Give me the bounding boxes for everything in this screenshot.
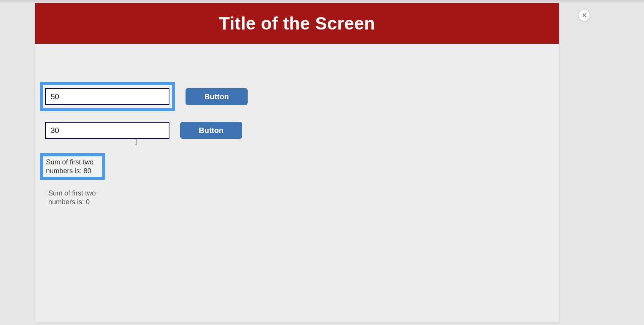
main-panel: Title of the Screen Button Button Sum of… — [35, 3, 559, 322]
title-bar: Title of the Screen — [35, 3, 559, 44]
highlight-frame-result: Sum of first two numbers is: 80 — [40, 153, 105, 180]
results-block: Sum of first two numbers is: 80 Sum of f… — [40, 153, 559, 207]
close-icon: ✕ — [582, 12, 587, 19]
row-input-1: Button — [40, 82, 559, 111]
window-top-border — [0, 0, 644, 2]
button-2[interactable]: Button — [180, 122, 242, 139]
screen-title: Title of the Screen — [219, 13, 375, 34]
result-primary: Sum of first two numbers is: 80 — [46, 158, 99, 176]
number-input-1[interactable] — [45, 88, 169, 105]
highlight-frame-input-1 — [40, 82, 175, 111]
button-1[interactable]: Button — [186, 88, 248, 105]
result-secondary: Sum of first two numbers is: 0 — [48, 189, 106, 207]
number-input-2[interactable] — [45, 122, 169, 139]
row-input-2: Button — [40, 122, 559, 139]
close-button[interactable]: ✕ — [579, 10, 590, 21]
content-area: Button Button Sum of first two numbers i… — [35, 44, 559, 207]
